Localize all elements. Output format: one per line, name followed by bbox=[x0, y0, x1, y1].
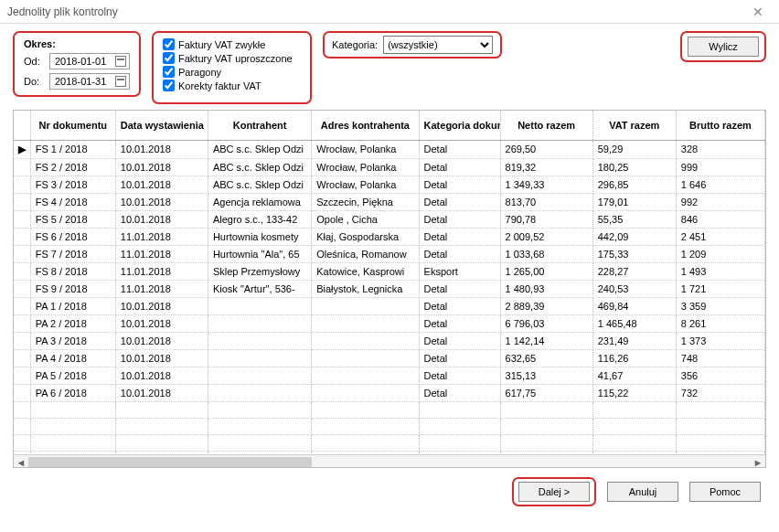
checkbox-korekty[interactable] bbox=[163, 80, 175, 91]
cell-adres bbox=[312, 384, 419, 401]
cell-data: 10.01.2018 bbox=[115, 176, 208, 193]
row-marker bbox=[14, 193, 30, 210]
date-to-field[interactable] bbox=[49, 73, 130, 90]
table-row[interactable]: FS 2 / 201810.01.2018ABC s.c. Sklep Odzi… bbox=[14, 158, 765, 176]
label-faktury-zwykle: Faktury VAT zwykłe bbox=[178, 39, 265, 50]
table-row[interactable]: FS 3 / 201810.01.2018ABC s.c. Sklep Odzi… bbox=[14, 176, 765, 193]
label-faktury-uproszczone: Faktury VAT uproszczone bbox=[178, 53, 293, 64]
cell-vat: 175,33 bbox=[592, 245, 676, 262]
calendar-icon[interactable] bbox=[115, 56, 126, 67]
table-row[interactable]: PA 3 / 201810.01.2018Detal1 142,14231,49… bbox=[14, 332, 765, 349]
col-adres[interactable]: Adres kontrahenta bbox=[312, 111, 419, 140]
col-brutto[interactable]: Brutto razem bbox=[676, 111, 764, 140]
cell-adres: Oleśnica, Romanow bbox=[312, 245, 419, 262]
check-korekty[interactable]: Korekty faktur VAT bbox=[163, 80, 301, 91]
cell-netto: 617,75 bbox=[500, 384, 592, 401]
cell-kat: Detal bbox=[419, 228, 500, 245]
od-label: Od: bbox=[24, 56, 44, 67]
cell-netto: 2 009,52 bbox=[500, 228, 592, 245]
scroll-left-icon[interactable]: ◄ bbox=[14, 455, 28, 469]
table-row[interactable] bbox=[14, 418, 765, 434]
cell-kontrahent: Kiosk "Artur", 536- bbox=[208, 280, 311, 297]
cell-kontrahent bbox=[208, 384, 311, 401]
check-faktury-zwykle[interactable]: Faktury VAT zwykłe bbox=[163, 38, 301, 50]
cell-nr: FS 5 / 2018 bbox=[30, 210, 115, 228]
check-faktury-uproszczone[interactable]: Faktury VAT uproszczone bbox=[163, 52, 301, 64]
kategoria-select[interactable]: (wszystkie) bbox=[383, 36, 493, 54]
cell-vat: 55,35 bbox=[592, 210, 676, 228]
cell-adres bbox=[312, 332, 419, 349]
table-row[interactable]: ▶FS 1 / 201810.01.2018ABC s.c. Sklep Odz… bbox=[14, 140, 765, 158]
dalej-button[interactable]: Dalej > bbox=[518, 482, 590, 502]
table-row[interactable]: FS 4 / 201810.01.2018Agencja reklamowaSz… bbox=[14, 193, 765, 210]
checkbox-paragony[interactable] bbox=[163, 66, 175, 78]
cell-nr: PA 3 / 2018 bbox=[30, 332, 115, 349]
cell-adres: Wrocław, Polanka bbox=[312, 158, 419, 176]
calendar-icon[interactable] bbox=[115, 76, 126, 87]
col-data[interactable]: Data wystawienia bbox=[115, 111, 208, 140]
row-marker bbox=[14, 332, 30, 349]
documents-table[interactable]: Nr dokumentu Data wystawienia Kontrahent… bbox=[14, 111, 765, 454]
cell-kat: Detal bbox=[419, 140, 500, 158]
cell-kat: Detal bbox=[419, 210, 500, 228]
col-nr[interactable]: Nr dokumentu bbox=[30, 111, 115, 140]
cell-kat: Detal bbox=[419, 297, 500, 314]
anuluj-button[interactable]: Anuluj bbox=[607, 482, 678, 502]
table-row[interactable] bbox=[14, 434, 765, 451]
scroll-right-icon[interactable]: ► bbox=[751, 455, 765, 469]
cell-nr: FS 7 / 2018 bbox=[30, 245, 115, 262]
cell-brutto: 356 bbox=[676, 367, 764, 384]
table-row[interactable]: FS 9 / 201811.01.2018Kiosk "Artur", 536-… bbox=[14, 280, 765, 297]
date-from-field[interactable] bbox=[49, 53, 130, 69]
checkbox-faktury-zwykle[interactable] bbox=[163, 38, 175, 50]
cell-brutto: 1 721 bbox=[676, 280, 764, 297]
cell-vat: 180,25 bbox=[592, 158, 676, 176]
check-paragony[interactable]: Paragony bbox=[163, 66, 301, 78]
cell-brutto: 2 451 bbox=[676, 228, 764, 245]
cell-adres: Opole , Cicha bbox=[312, 210, 419, 228]
date-to-input[interactable] bbox=[53, 75, 115, 88]
cell-vat: 296,85 bbox=[592, 176, 676, 193]
cell-brutto: 748 bbox=[676, 349, 764, 367]
table-row[interactable]: PA 2 / 201810.01.2018Detal6 796,031 465,… bbox=[14, 314, 765, 332]
pomoc-button[interactable]: Pomoc bbox=[689, 482, 761, 502]
cell-nr: PA 5 / 2018 bbox=[30, 367, 115, 384]
cell-kontrahent: ABC s.c. Sklep Odzi bbox=[208, 140, 311, 158]
scroll-thumb[interactable] bbox=[28, 457, 312, 468]
cell-brutto: 846 bbox=[676, 210, 764, 228]
cell-kat: Detal bbox=[419, 158, 500, 176]
cell-kat: Detal bbox=[419, 193, 500, 210]
col-netto[interactable]: Netto razem bbox=[500, 111, 592, 140]
cell-data: 11.01.2018 bbox=[115, 280, 208, 297]
cell-nr: PA 6 / 2018 bbox=[30, 384, 115, 401]
row-marker bbox=[14, 314, 30, 332]
table-row[interactable]: PA 5 / 201810.01.2018Detal315,1341,67356 bbox=[14, 367, 765, 384]
row-marker bbox=[14, 176, 30, 193]
table-row[interactable] bbox=[14, 401, 765, 418]
table-row[interactable]: FS 5 / 201810.01.2018Alegro s.c., 133-42… bbox=[14, 210, 765, 228]
row-marker bbox=[14, 210, 30, 228]
col-marker[interactable] bbox=[14, 111, 30, 140]
row-marker bbox=[14, 297, 30, 314]
cell-vat: 469,84 bbox=[592, 297, 676, 314]
table-row[interactable]: FS 7 / 201811.01.2018Hurtownia "Ala", 65… bbox=[14, 245, 765, 262]
col-vat[interactable]: VAT razem bbox=[592, 111, 676, 140]
col-kategoria[interactable]: Kategoria dokumentu bbox=[419, 111, 500, 140]
table-row[interactable]: PA 1 / 201810.01.2018Detal2 889,39469,84… bbox=[14, 297, 765, 314]
cell-kat: Detal bbox=[419, 332, 500, 349]
checkbox-faktury-uproszczone[interactable] bbox=[163, 52, 175, 64]
scroll-track[interactable] bbox=[28, 457, 751, 468]
table-row[interactable]: PA 6 / 201810.01.2018Detal617,75115,2273… bbox=[14, 384, 765, 401]
table-row[interactable]: FS 8 / 201811.01.2018Sklep PrzemysłowyKa… bbox=[14, 262, 765, 280]
date-from-input[interactable] bbox=[53, 55, 115, 68]
col-kontrahent[interactable]: Kontrahent bbox=[208, 111, 311, 140]
cell-vat: 231,49 bbox=[592, 332, 676, 349]
cell-netto: 813,70 bbox=[500, 193, 592, 210]
cell-nr: FS 6 / 2018 bbox=[30, 228, 115, 245]
table-row[interactable]: PA 4 / 201810.01.2018Detal632,65116,2674… bbox=[14, 349, 765, 367]
close-icon[interactable]: ✕ bbox=[744, 3, 772, 21]
cell-data: 10.01.2018 bbox=[115, 349, 208, 367]
wylicz-button[interactable]: Wylicz bbox=[688, 37, 759, 57]
horizontal-scrollbar[interactable]: ◄ ► bbox=[14, 454, 765, 468]
table-row[interactable]: FS 6 / 201811.01.2018Hurtownia kosmetyKł… bbox=[14, 228, 765, 245]
